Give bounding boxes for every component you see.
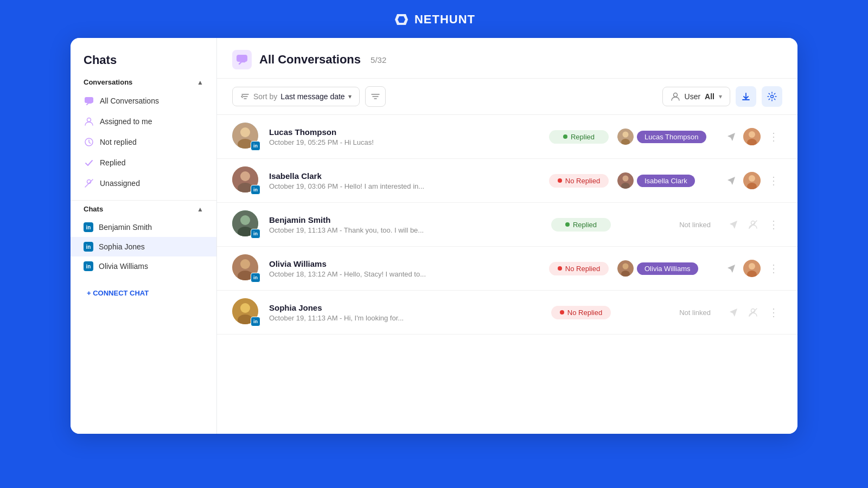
assignee-avatar [617, 129, 634, 145]
sidebar-item-unassigned[interactable]: Unassigned [71, 173, 216, 194]
sidebar-item-olivia-williams[interactable]: in Olivia Williams [71, 256, 216, 276]
conversation-actions: ⋮ [724, 260, 782, 277]
status-badge: No Replied [551, 306, 611, 319]
assignee-section: Isabella Clark [617, 172, 715, 189]
svg-point-12 [771, 95, 774, 98]
assignee-avatar [617, 260, 634, 277]
conversation-preview: October 19, 03:06 PM - Hello! I am inter… [269, 182, 540, 190]
sidebar-item-benjamin-smith[interactable]: in Benjamin Smith [71, 217, 216, 237]
sidebar-item-assigned-to-me[interactable]: Assigned to me [71, 111, 216, 132]
sort-button[interactable]: Sort by Last message date ▾ [232, 87, 360, 106]
conversation-preview: October 19, 11:13 AM - Hi, I'm looking f… [269, 314, 542, 322]
sidebar-item-all-conversations[interactable]: All Conversations [71, 91, 216, 111]
settings-button[interactable] [762, 86, 782, 107]
sort-value: Last message date [280, 92, 344, 101]
download-button[interactable] [736, 86, 756, 107]
conversation-row[interactable]: in Isabella Clark October 19, 03:06 PM -… [217, 159, 797, 203]
send-icon[interactable] [724, 129, 739, 144]
conversations-nav: All Conversations Assigned to me [71, 91, 216, 194]
check-icon [84, 157, 94, 168]
status-badge: No Replied [549, 174, 609, 188]
conversations-section-header[interactable]: Conversations ▲ [71, 78, 216, 91]
header-chat-icon [232, 50, 252, 69]
chats-section-header[interactable]: Chats ▲ [71, 205, 216, 217]
conversation-row[interactable]: in Olivia Williams October 18, 13:12 AM … [217, 247, 797, 291]
linkedin-badge-icon: in [251, 229, 260, 239]
connect-chat-button[interactable]: + CONNECT CHAT [71, 282, 216, 297]
main-card: Chats Conversations ▲ All Conversations [71, 38, 797, 434]
send-disabled-icon[interactable] [726, 217, 741, 232]
send-icon[interactable] [724, 173, 739, 188]
sidebar-item-label: Assigned to me [100, 117, 152, 126]
svg-rect-2 [85, 97, 93, 103]
conversation-info: Benjamin Smith October 19, 11:13 AM - Th… [269, 215, 542, 234]
status-badge: No Replied [549, 262, 609, 275]
conversation-info: Lucas Thompson October 19, 05:25 PM - Hi… [269, 127, 540, 146]
sidebar-item-label: Not replied [100, 138, 137, 146]
conversation-preview: October 19, 11:13 AM - Thank you, too. I… [269, 226, 542, 234]
more-options-button[interactable]: ⋮ [765, 260, 782, 277]
linkedin-badge-icon: in [251, 273, 260, 282]
conversation-list: in Lucas Thompson October 19, 05:25 PM -… [217, 115, 797, 434]
sidebar-item-not-replied[interactable]: Not replied [71, 132, 216, 152]
user-filter-button[interactable]: User All ▾ [662, 87, 730, 106]
status-label: Replied [571, 133, 595, 141]
avatar-wrapper: in [232, 210, 260, 239]
top-bar: NETHUNT [0, 0, 868, 38]
content-header: All Conversations 5/32 [217, 38, 797, 79]
sidebar-item-label: All Conversations [100, 97, 159, 105]
assignee-section: Lucas Thompson [617, 129, 715, 145]
sidebar-item-replied[interactable]: Replied [71, 152, 216, 173]
send-disabled-icon[interactable] [726, 305, 741, 320]
chats-nav: in Benjamin Smith in Sophia Jones in Oli… [71, 217, 216, 276]
avatar-wrapper: in [232, 298, 260, 326]
unassigned-icon [84, 178, 94, 189]
more-options-button[interactable]: ⋮ [765, 304, 782, 321]
conversation-preview: October 19, 05:25 PM - Hi Lucas! [269, 138, 540, 146]
sidebar-item-label: Sophia Jones [99, 242, 145, 251]
status-label: No Replied [565, 265, 600, 273]
sidebar: Chats Conversations ▲ All Conversations [71, 38, 217, 434]
logo-icon [393, 11, 410, 28]
conversation-row[interactable]: in Lucas Thompson October 19, 05:25 PM -… [217, 115, 797, 159]
person-disabled-icon[interactable] [745, 305, 761, 320]
send-icon[interactable] [724, 261, 739, 276]
conversation-row[interactable]: in Benjamin Smith October 19, 11:13 AM -… [217, 203, 797, 247]
more-options-button[interactable]: ⋮ [765, 128, 782, 145]
more-options-button[interactable]: ⋮ [765, 216, 782, 233]
svg-point-40 [623, 264, 629, 269]
user-chevron-icon: ▾ [719, 93, 722, 100]
conversation-row[interactable]: in Sophia Jones October 19, 11:13 AM - H… [217, 291, 797, 335]
user-avatar-small [743, 260, 761, 277]
filter-button[interactable] [365, 86, 386, 107]
logo-text: NETHUNT [414, 12, 475, 27]
svg-point-32 [240, 215, 250, 225]
status-label: No Replied [567, 309, 602, 317]
svg-point-14 [240, 127, 250, 137]
avatar-wrapper: in [232, 166, 260, 195]
status-label: Replied [573, 221, 597, 229]
chat-icon [84, 95, 94, 106]
download-icon [741, 92, 751, 101]
sort-icon [240, 92, 250, 101]
conversation-actions: ⋮ [726, 216, 782, 233]
svg-point-23 [240, 171, 250, 181]
conversation-actions: ⋮ [726, 304, 782, 321]
sidebar-item-label: Olivia Williams [99, 262, 148, 271]
assignee-avatar [617, 172, 634, 189]
svg-point-3 [87, 118, 91, 122]
person-disabled-icon[interactable] [745, 217, 761, 232]
assignee-pill: Lucas Thompson [637, 131, 706, 143]
conversation-preview: October 18, 13:12 AM - Hello, Stacy! I w… [269, 270, 540, 278]
status-label: No Replied [565, 177, 600, 185]
svg-line-49 [749, 309, 757, 316]
conversation-actions: ⋮ [724, 128, 782, 145]
conversation-name: Olivia Williams [269, 259, 540, 268]
more-options-button[interactable]: ⋮ [765, 172, 782, 189]
svg-line-35 [749, 221, 757, 228]
linkedin-badge-icon: in [251, 317, 260, 326]
linkedin-badge-icon: in [84, 242, 93, 252]
svg-point-46 [240, 303, 250, 313]
sidebar-item-sophia-jones[interactable]: in Sophia Jones [71, 237, 216, 256]
toolbar: Sort by Last message date ▾ User All [217, 79, 797, 115]
